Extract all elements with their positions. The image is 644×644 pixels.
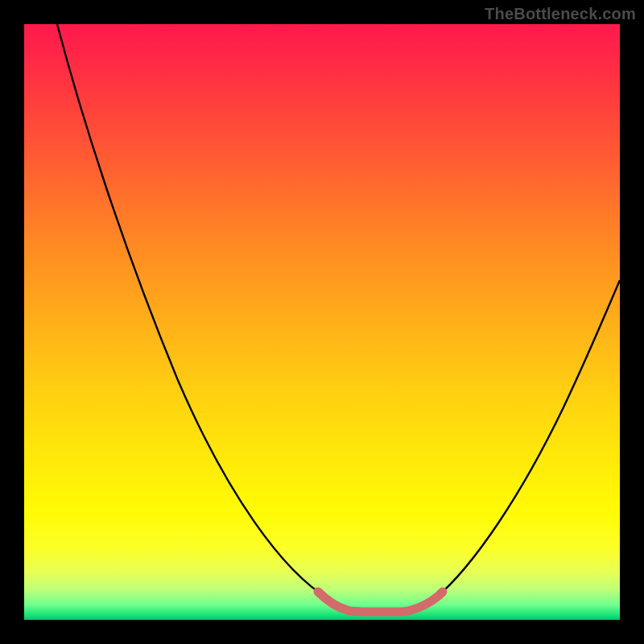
bottleneck-curve-highlight [318, 592, 443, 612]
chart-frame: TheBottleneck.com [0, 0, 644, 644]
plot-area [24, 24, 620, 620]
bottleneck-curve [57, 24, 620, 612]
bottleneck-curve-svg [24, 24, 620, 620]
watermark-text: TheBottleneck.com [485, 5, 636, 23]
